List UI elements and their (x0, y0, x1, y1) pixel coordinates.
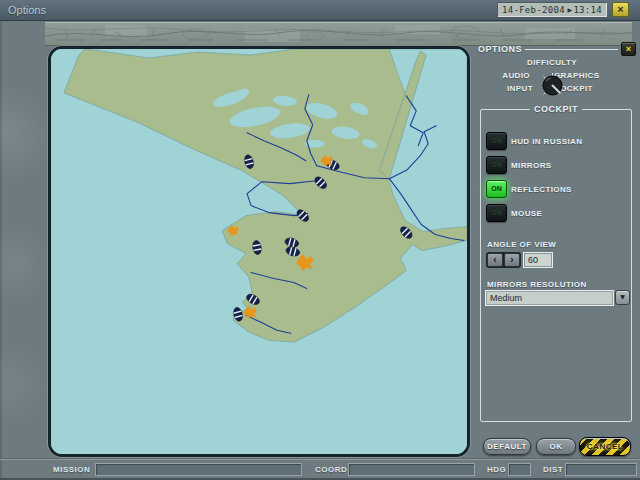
mirrors-resolution-select[interactable]: Medium (486, 291, 613, 305)
angle-increase-button[interactable]: › (504, 253, 520, 267)
close-button[interactable]: × (612, 2, 629, 17)
dist-label: DIST (543, 465, 563, 474)
options-panel: OPTIONS × DIFFICULTY AUDIO GRAPHICS INPU… (478, 40, 636, 460)
toggle-row: ON REFLECTIONS (481, 180, 631, 200)
hdg-field (508, 463, 531, 476)
datetime-display[interactable]: 14-Feb-2004 ▶ 13:14 (497, 2, 607, 17)
angle-value-field[interactable]: 60 (524, 253, 552, 267)
toggle-reflections-button[interactable]: ON (486, 180, 507, 198)
chevron-down-icon: ▼ (620, 293, 625, 300)
toggle-label: REFLECTIONS (511, 185, 572, 194)
options-screen: Options 14-Feb-2004 ▶ 13:14 × (0, 0, 640, 480)
selector-knob[interactable] (539, 72, 566, 99)
time-text: 13:14 (573, 5, 602, 15)
toggle-mouse-button[interactable]: ON (486, 204, 507, 222)
chevron-left-icon: ‹ (493, 254, 496, 265)
options-header: OPTIONS × (478, 42, 636, 56)
dropdown-button[interactable]: ▼ (615, 290, 630, 305)
options-close-button[interactable]: × (621, 42, 636, 56)
coord-field (348, 463, 475, 476)
angle-of-view-stepper: ‹ › (486, 252, 521, 268)
knob-label-difficulty[interactable]: DIFFICULTY (478, 58, 626, 67)
window-title: Options (8, 4, 46, 16)
dist-field (565, 463, 637, 476)
angle-of-view-label: ANGLE OF VIEW (487, 240, 556, 249)
mission-label: MISSION (53, 465, 90, 474)
toggle-row: ON HUD IN RUSSIAN (481, 132, 631, 152)
toggle-row: ON MOUSE (481, 204, 631, 224)
angle-decrease-button[interactable]: ‹ (487, 253, 503, 267)
crimea-map[interactable] (51, 49, 467, 454)
map-panel[interactable] (48, 46, 470, 457)
cancel-button[interactable]: CANCEL (579, 437, 631, 456)
cockpit-fieldset: COCKPIT ON HUD IN RUSSIAN ON MIRRORS ON … (480, 104, 632, 422)
hdg-label: HDG (487, 465, 506, 474)
mirrors-resolution-label: MIRRORS RESOLUTION (487, 280, 587, 289)
default-button[interactable]: DEFAULT (483, 438, 531, 455)
time-arrow-icon: ▶ (567, 7, 572, 13)
ok-button[interactable]: OK (536, 438, 576, 455)
bottom-bar: MISSION COORD HDG DIST (0, 458, 640, 480)
toggle-label: MIRRORS (511, 161, 552, 170)
toggle-hud-in-russian-button[interactable]: ON (486, 132, 507, 150)
knob-label-input[interactable]: INPUT (478, 84, 533, 93)
header-rule (525, 49, 618, 50)
chevron-right-icon: › (510, 254, 513, 265)
date-text: 14-Feb-2004 (502, 5, 565, 15)
cockpit-legend: COCKPIT (530, 104, 582, 114)
close-icon: × (617, 3, 623, 15)
mission-field (95, 463, 302, 476)
coord-label: COORD (315, 465, 347, 474)
close-icon: × (626, 44, 631, 54)
toggle-mirrors-button[interactable]: ON (486, 156, 507, 174)
toggle-row: ON MIRRORS (481, 156, 631, 176)
toggle-label: HUD IN RUSSIAN (511, 137, 582, 146)
knob-icon (539, 72, 566, 99)
knob-label-audio[interactable]: AUDIO (478, 71, 530, 80)
title-bar: Options 14-Feb-2004 ▶ 13:14 × (0, 0, 640, 21)
toggle-label: MOUSE (511, 209, 542, 218)
options-title: OPTIONS (478, 44, 522, 54)
